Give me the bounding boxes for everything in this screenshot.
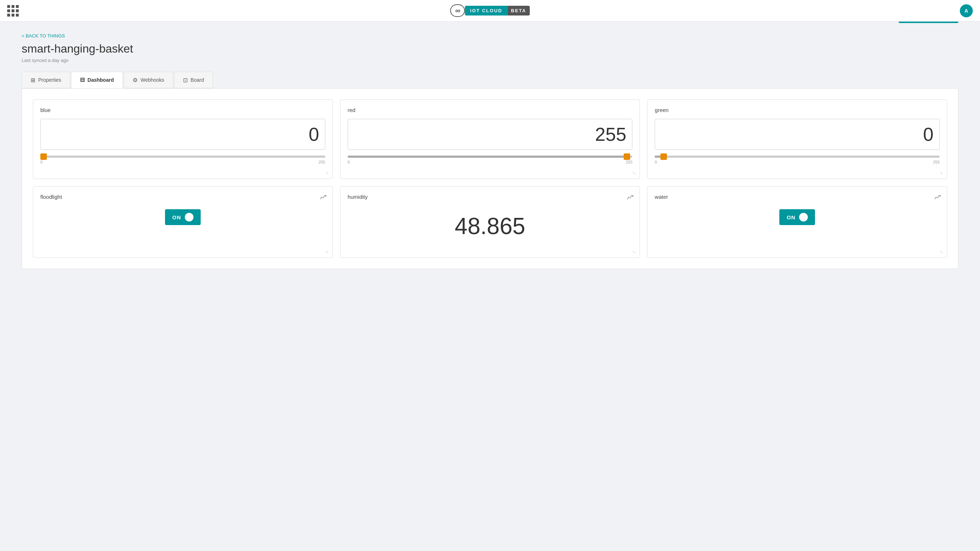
tab-bar: ⊞ Properties ⊟ Dashboard ⚙ Webhooks ⊡ Bo… xyxy=(22,71,958,88)
widget-blue: blue 0 0 255 ⤡ xyxy=(33,99,333,179)
widget-humidity-resize-icon: ⤡ xyxy=(632,249,636,255)
slider-red-min: 0 xyxy=(348,160,350,164)
widget-blue-value: 0 xyxy=(40,119,325,150)
widget-blue-title: blue xyxy=(40,107,325,113)
widget-red-resize-icon: ⤡ xyxy=(632,171,636,176)
widget-red: red 255 0 255 ⤡ xyxy=(340,99,640,179)
widget-water-resize-icon: ⤡ xyxy=(940,249,943,255)
widget-green-value: 0 xyxy=(655,119,940,150)
floodlight-chart-icon[interactable] xyxy=(320,194,327,203)
widget-row-2: floodlight ON ⤡ humidity xyxy=(33,186,947,258)
widget-humidity-value: 48.865 xyxy=(348,206,633,250)
user-avatar[interactable]: A xyxy=(960,4,973,17)
dashboard-panel: blue 0 0 255 ⤡ red 255 xyxy=(22,88,958,269)
slider-blue-max: 255 xyxy=(318,160,325,164)
widget-floodlight-title: floodlight xyxy=(40,194,325,200)
widget-green-resize-icon: ⤡ xyxy=(940,171,943,176)
top-navigation: ∞ IOT CLOUD BETA A xyxy=(0,0,980,22)
water-chart-icon[interactable] xyxy=(934,194,941,203)
widget-row-1: blue 0 0 255 ⤡ red 255 xyxy=(33,99,947,179)
back-to-things-link[interactable]: < BACK TO THINGS xyxy=(22,33,65,38)
infinity-icon: ∞ xyxy=(455,6,460,15)
properties-icon: ⊞ xyxy=(30,77,35,84)
widget-humidity-title: humidity xyxy=(348,194,633,200)
tab-properties-label: Properties xyxy=(38,77,61,83)
dashboard-icon: ⊟ xyxy=(80,76,85,83)
water-toggle-circle xyxy=(799,213,808,221)
menu-grid-icon[interactable] xyxy=(7,5,19,17)
widget-humidity: humidity 48.865 ⤡ xyxy=(340,186,640,258)
tab-properties[interactable]: ⊞ Properties xyxy=(22,71,70,88)
webhooks-icon: ⚙ xyxy=(133,77,138,84)
beta-label: BETA xyxy=(507,6,530,16)
tab-dashboard[interactable]: ⊟ Dashboard xyxy=(71,71,123,88)
widget-red-slider[interactable]: 0 255 xyxy=(348,156,633,171)
widget-blue-slider[interactable]: 0 255 xyxy=(40,156,325,171)
tab-webhooks-label: Webhooks xyxy=(140,77,164,83)
tab-dashboard-label: Dashboard xyxy=(88,77,114,83)
arduino-logo: ∞ xyxy=(450,4,465,17)
page-title: smart-hanging-basket xyxy=(22,42,958,56)
slider-green-max: 255 xyxy=(933,160,940,164)
widget-green: green 0 0 255 ⤡ xyxy=(647,99,947,179)
sync-status: Last synced a day ago xyxy=(22,58,958,63)
widget-green-title: green xyxy=(655,107,940,113)
slider-blue-min: 0 xyxy=(40,160,43,164)
board-icon: ⊡ xyxy=(183,77,188,84)
widget-water: water ON ⤡ xyxy=(647,186,947,258)
widget-red-title: red xyxy=(348,107,633,113)
floodlight-toggle-circle xyxy=(185,213,194,221)
widget-green-slider[interactable]: 0 255 xyxy=(655,156,940,171)
tab-webhooks[interactable]: ⚙ Webhooks xyxy=(124,71,173,88)
slider-green-min: 0 xyxy=(655,160,657,164)
widget-red-value: 255 xyxy=(348,119,633,150)
widget-floodlight-resize-icon: ⤡ xyxy=(325,249,329,255)
app-logo: ∞ IOT CLOUD BETA xyxy=(450,4,530,17)
widget-water-title: water xyxy=(655,194,940,200)
main-content: EDIT SKETCH < BACK TO THINGS smart-hangi… xyxy=(0,22,980,280)
water-toggle-label: ON xyxy=(786,214,795,221)
widget-blue-resize-icon: ⤡ xyxy=(325,171,329,176)
tab-board[interactable]: ⊡ Board xyxy=(174,71,213,88)
tab-board-label: Board xyxy=(191,77,204,83)
floodlight-toggle-label: ON xyxy=(172,214,181,221)
water-toggle-button[interactable]: ON xyxy=(779,209,815,225)
humidity-chart-icon[interactable] xyxy=(627,194,634,203)
widget-floodlight: floodlight ON ⤡ xyxy=(33,186,333,258)
slider-red-max: 255 xyxy=(626,160,632,164)
iot-cloud-label: IOT CLOUD xyxy=(465,6,508,16)
floodlight-toggle-button[interactable]: ON xyxy=(165,209,201,225)
